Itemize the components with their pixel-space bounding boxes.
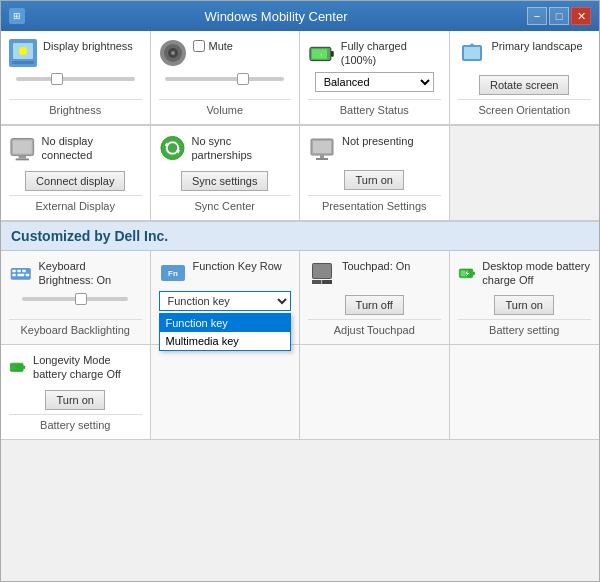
main-window: ⊞ Windows Mobility Center − □ ✕ Display (0, 0, 600, 582)
volume-icon (159, 39, 187, 67)
keyboard-slider-thumb[interactable] (75, 293, 87, 305)
sync-settings-button[interactable]: Sync settings (181, 171, 268, 191)
brightness-cell: Display brightness Brightness (1, 31, 151, 125)
presentation-title: Not presenting (342, 134, 414, 148)
touchpad-icon (308, 259, 336, 287)
longevity-icon (9, 353, 27, 381)
rotate-screen-button[interactable]: Rotate screen (479, 75, 569, 95)
battery-icon: ↑ (308, 39, 335, 67)
desktop-battery-label: Battery setting (458, 319, 592, 336)
brightness-slider-thumb[interactable] (51, 73, 63, 85)
middle-grid: No display connected Connect display Ext… (1, 126, 599, 222)
fnrow-dropdown[interactable]: Function key Multimedia key (159, 291, 292, 311)
top-grid: Display brightness Brightness (1, 31, 599, 126)
keyboard-title: Keyboard Brightness: On (38, 259, 141, 288)
sync-title: No sync partnerships (191, 134, 291, 163)
longevity-header: Longevity Mode battery charge Off (9, 353, 142, 382)
bottom-section: Keyboard Brightness: On Keyboard Backlig… (1, 251, 599, 440)
fnrow-dropdown-popup: Function key Multimedia key (159, 313, 292, 351)
touchpad-cell: Touchpad: On Turn off Adjust Touchpad (300, 251, 450, 345)
connect-display-button[interactable]: Connect display (25, 171, 125, 191)
longevity-turn-on-button[interactable]: Turn on (45, 390, 105, 410)
svg-rect-31 (26, 273, 29, 276)
orientation-header: Primary landscape (458, 39, 592, 67)
presentation-turn-on-button[interactable]: Turn on (344, 170, 404, 190)
brightness-icon (9, 39, 37, 67)
longevity-cell: Longevity Mode battery charge Off Turn o… (1, 345, 151, 439)
volume-header: Mute (159, 39, 292, 67)
svg-point-7 (171, 51, 175, 55)
keyboard-icon (9, 259, 32, 287)
volume-title: Mute (193, 39, 233, 53)
battery-title: Fully charged (100%) (341, 39, 441, 68)
svg-rect-13 (464, 47, 480, 59)
volume-label: Volume (159, 99, 292, 116)
keyboard-label: Keyboard Backlighting (9, 319, 142, 336)
svg-rect-22 (313, 141, 331, 153)
svg-rect-10 (331, 51, 334, 57)
desktop-battery-icon (458, 259, 477, 287)
customized-text: Customized by Dell Inc. (11, 228, 168, 244)
desktop-battery-title: Desktop mode battery charge Off (482, 259, 591, 288)
window-title: Windows Mobility Center (25, 9, 527, 24)
brightness-slider-track[interactable] (16, 77, 135, 81)
brightness-header: Display brightness (9, 39, 142, 67)
presentation-cell: Not presenting Turn on Presentation Sett… (300, 126, 450, 221)
fnrow-dropdown-container: Function key Multimedia key Function key… (159, 291, 292, 311)
svg-rect-35 (313, 264, 331, 278)
svg-rect-29 (12, 273, 15, 276)
svg-rect-43 (12, 365, 16, 371)
minimize-button[interactable]: − (527, 7, 547, 25)
volume-slider-thumb[interactable] (237, 73, 249, 85)
bottom-empty-3 (300, 345, 450, 439)
fnrow-cell: Fn Function Key Row Function key Multime… (151, 251, 301, 345)
bottom-empty-2 (151, 345, 301, 439)
svg-rect-41 (472, 271, 474, 274)
sync-cell: No sync partnerships Sync settings Sync … (151, 126, 301, 221)
svg-rect-24 (316, 158, 328, 160)
multimedia-key-item[interactable]: Multimedia key (160, 332, 291, 350)
app-icon: ⊞ (9, 8, 25, 24)
desktop-battery-turn-on-button[interactable]: Turn on (494, 295, 554, 315)
touchpad-turn-off-button[interactable]: Turn off (345, 295, 404, 315)
fnrow-header: Fn Function Key Row (159, 259, 292, 287)
svg-rect-28 (22, 269, 25, 272)
title-bar: ⊞ Windows Mobility Center − □ ✕ (1, 1, 599, 31)
orientation-cell: Primary landscape Rotate screen Screen O… (450, 31, 600, 125)
fnrow-title: Function Key Row (193, 259, 282, 273)
bottom-grid: Keyboard Brightness: On Keyboard Backlig… (1, 251, 599, 346)
function-key-item[interactable]: Function key (160, 314, 291, 332)
brightness-label: Brightness (9, 99, 142, 116)
touchpad-header: Touchpad: On (308, 259, 441, 287)
maximize-button[interactable]: □ (549, 7, 569, 25)
window-controls: − □ ✕ (527, 7, 591, 25)
display-icon (9, 134, 36, 162)
svg-rect-37 (322, 280, 332, 284)
volume-slider-track[interactable] (165, 77, 284, 81)
close-button[interactable]: ✕ (571, 7, 591, 25)
svg-rect-44 (23, 366, 25, 369)
middle-empty-cell (450, 126, 600, 221)
presentation-header: Not presenting (308, 134, 441, 162)
svg-rect-16 (18, 156, 26, 159)
sync-label: Sync Center (159, 195, 292, 212)
bottom-empty-4 (450, 345, 600, 439)
svg-rect-30 (17, 273, 24, 276)
mute-checkbox[interactable] (193, 40, 205, 52)
mute-checkbox-row: Mute (193, 39, 233, 53)
svg-rect-17 (16, 158, 29, 160)
svg-rect-36 (312, 280, 321, 284)
sync-icon (159, 134, 186, 162)
external-display-title: No display connected (42, 134, 142, 163)
keyboard-slider-track[interactable] (22, 297, 128, 301)
touchpad-title: Touchpad: On (342, 259, 411, 273)
battery-label: Battery Status (308, 99, 441, 116)
external-display-label: External Display (9, 195, 142, 212)
svg-rect-3 (12, 61, 34, 64)
battery-select[interactable]: Balanced Power saver High performance (315, 72, 434, 92)
external-display-header: No display connected (9, 134, 142, 163)
desktop-battery-header: Desktop mode battery charge Off (458, 259, 592, 288)
mute-label: Mute (209, 39, 233, 53)
customized-bar: Customized by Dell Inc. (1, 222, 599, 251)
svg-rect-23 (320, 155, 324, 158)
